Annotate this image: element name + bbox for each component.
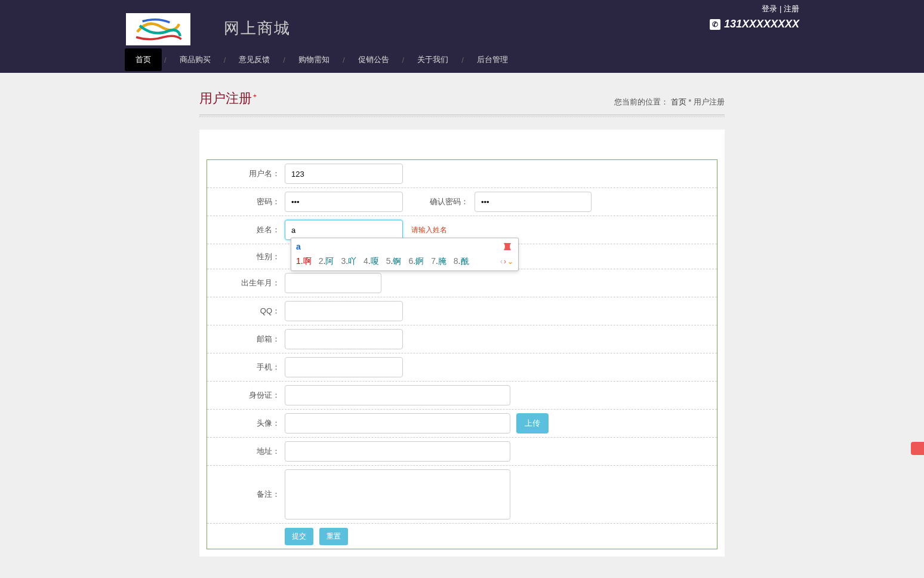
reset-button[interactable]: 重置 (319, 528, 348, 545)
ime-candidates: 1.啊 2.阿 3.吖 4.嗄 5.锕 6.錒 7.腌 8.酰 ‹ › ⌄ (291, 254, 518, 270)
login-link[interactable]: 登录 (762, 4, 777, 13)
site-title: 网上商城 (224, 18, 291, 39)
label-email: 邮箱： (207, 334, 285, 345)
register-link[interactable]: 注册 (784, 4, 799, 13)
register-form: 用户名： 密码： 确认密码： 姓名： 请输入姓名 (207, 159, 717, 549)
label-avatar: 头像： (207, 418, 285, 429)
password-input[interactable] (285, 192, 403, 212)
form-panel: 用户名： 密码： 确认密码： 姓名： 请输入姓名 (199, 130, 725, 557)
ime-candidate[interactable]: 5.锕 (386, 256, 402, 267)
header: 网上商城 登录 | 注册 ✆ 131XXXXXXXX 首页 / 商品购买 / 意… (0, 0, 924, 73)
ime-nav: ‹ › ⌄ (500, 257, 513, 266)
breadcrumb-home[interactable]: 首页 (671, 97, 686, 106)
idcard-input[interactable] (285, 385, 510, 405)
sogou-ime-icon (501, 241, 513, 253)
ime-next-icon[interactable]: › (504, 257, 506, 266)
realname-input[interactable] (285, 220, 403, 240)
label-password: 密码： (207, 196, 285, 207)
ime-candidate[interactable]: 2.阿 (319, 256, 334, 267)
page-title: 用户注册+ (199, 90, 257, 107)
label-address: 地址： (207, 446, 285, 457)
nav-about[interactable]: 关于我们 (406, 48, 459, 71)
label-realname: 姓名： (207, 225, 285, 235)
nav-buy[interactable]: 商品购买 (169, 48, 221, 71)
label-idcard: 身份证： (207, 390, 285, 401)
page-title-row: 用户注册+ 您当前的位置： 首页 * 用户注册 (199, 90, 725, 115)
remark-textarea[interactable] (285, 469, 510, 519)
avatar-input[interactable] (285, 413, 510, 433)
breadcrumb-current: 用户注册 (694, 97, 725, 106)
error-realname: 请输入姓名 (411, 225, 447, 235)
ime-prev-icon[interactable]: ‹ (500, 257, 503, 266)
label-username: 用户名： (207, 168, 285, 179)
qq-input[interactable] (285, 301, 403, 321)
phone-number: 131XXXXXXXX (724, 18, 799, 30)
label-birthday: 出生年月： (207, 278, 285, 288)
username-input[interactable] (285, 164, 403, 184)
nav-promo[interactable]: 促销公告 (347, 48, 400, 71)
logo[interactable] (126, 13, 190, 45)
label-gender: 性别： (207, 251, 285, 262)
phone-icon: ✆ (710, 19, 720, 30)
birthday-input[interactable] (285, 273, 381, 293)
ime-popup: a 1.啊 2.阿 3.吖 4.嗄 5.锕 6.錒 7.腌 8.酰 ‹ (291, 238, 519, 271)
logo-icon (131, 16, 185, 42)
nav-admin[interactable]: 后台管理 (466, 48, 519, 71)
ime-candidate[interactable]: 1.啊 (296, 256, 312, 267)
phone-line: ✆ 131XXXXXXXX (710, 18, 799, 30)
ime-expand-icon[interactable]: ⌄ (507, 257, 513, 266)
upload-button[interactable]: 上传 (516, 413, 549, 433)
label-mobile: 手机： (207, 362, 285, 373)
mobile-input[interactable] (285, 357, 403, 377)
nav-feedback[interactable]: 意见反馈 (228, 48, 281, 71)
email-input[interactable] (285, 329, 403, 349)
nav-shopinfo[interactable]: 购物需知 (288, 48, 340, 71)
breadcrumb: 您当前的位置： 首页 * 用户注册 (614, 97, 725, 107)
label-remark: 备注： (207, 489, 285, 500)
side-badge-icon[interactable] (911, 442, 924, 455)
ime-input: a (296, 242, 301, 251)
ime-candidate[interactable]: 3.吖 (341, 256, 356, 267)
main-nav: 首页 / 商品购买 / 意见反馈 / 购物需知 / 促销公告 / 关于我们 / … (125, 47, 799, 73)
ime-candidate[interactable]: 7.腌 (431, 256, 446, 267)
address-input[interactable] (285, 441, 510, 462)
ime-candidate[interactable]: 8.酰 (454, 256, 469, 267)
ime-candidate[interactable]: 4.嗄 (364, 256, 379, 267)
ime-candidate[interactable]: 6.錒 (408, 256, 424, 267)
auth-links: 登录 | 注册 (710, 4, 799, 14)
submit-button[interactable]: 提交 (285, 528, 313, 545)
label-password-confirm: 确认密码： (427, 196, 469, 207)
password-confirm-input[interactable] (475, 192, 592, 212)
nav-home[interactable]: 首页 (125, 48, 162, 71)
label-qq: QQ： (207, 306, 285, 316)
